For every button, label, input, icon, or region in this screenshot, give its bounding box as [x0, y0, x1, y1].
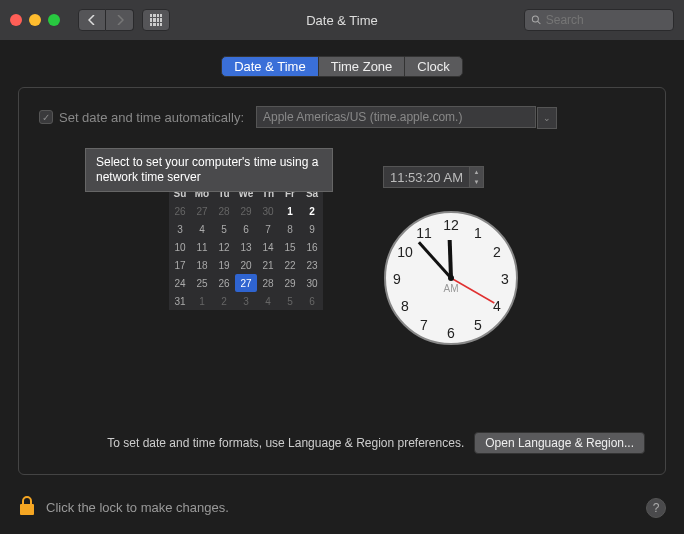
svg-text:6: 6: [447, 325, 455, 341]
calendar-row: 17181920212223: [169, 256, 323, 274]
grid-icon: [150, 14, 162, 26]
time-server-value: Apple Americas/US (time.apple.com.): [263, 110, 462, 124]
calendar-row: 24252627282930: [169, 274, 323, 292]
window-controls: [10, 14, 60, 26]
forward-button[interactable]: [106, 9, 134, 31]
lock-label: Click the lock to make changes.: [46, 500, 229, 515]
svg-text:5: 5: [474, 317, 482, 333]
time-stepper[interactable]: ▲▼: [470, 166, 484, 188]
analog-clock: 1212 345 678 91011 AM: [383, 210, 519, 346]
formats-hint: To set date and time formats, use Langua…: [107, 436, 464, 450]
auto-time-label: Set date and time automatically:: [59, 110, 244, 125]
show-all-button[interactable]: [142, 9, 170, 31]
time-server-select[interactable]: Apple Americas/US (time.apple.com.) ⌄: [256, 106, 536, 128]
svg-text:11: 11: [416, 225, 432, 241]
tab-time-zone[interactable]: Time Zone: [319, 56, 405, 77]
stepper-up-icon: ▲: [470, 167, 483, 177]
svg-text:10: 10: [397, 244, 413, 260]
calendar-row: 3456789: [169, 220, 323, 238]
tab-date-time[interactable]: Date & Time: [221, 56, 319, 77]
help-button[interactable]: ?: [646, 498, 666, 518]
calendar: May 2020 ◀ ◆ ▶ SuMoTuWeThFrSa 2627282930…: [169, 166, 323, 346]
svg-text:3: 3: [501, 271, 509, 287]
stepper-down-icon: ▼: [470, 177, 483, 187]
footer: Click the lock to make changes. ?: [18, 495, 666, 520]
clock-ampm: AM: [444, 283, 459, 294]
svg-text:7: 7: [420, 317, 428, 333]
svg-text:12: 12: [443, 217, 459, 233]
nav-buttons: [78, 9, 134, 31]
time-block: 11:53:20 AM ▲▼ 1212 345 678 91011 AM: [383, 166, 519, 346]
titlebar: Date & Time: [0, 0, 684, 40]
calendar-row: 262728293012: [169, 202, 323, 220]
svg-point-0: [532, 16, 538, 22]
zoom-window[interactable]: [48, 14, 60, 26]
svg-rect-16: [20, 504, 34, 515]
lock-icon[interactable]: [18, 495, 36, 520]
window-title: Date & Time: [306, 13, 378, 28]
digital-time[interactable]: 11:53:20 AM: [383, 166, 470, 188]
hour-hand: [450, 240, 451, 278]
svg-text:1: 1: [474, 225, 482, 241]
open-language-region-button[interactable]: Open Language & Region...: [474, 432, 645, 454]
calendar-row: 10111213141516: [169, 238, 323, 256]
main-panel: ✓ Set date and time automatically: Apple…: [18, 87, 666, 475]
close-window[interactable]: [10, 14, 22, 26]
auto-time-row: ✓ Set date and time automatically: Apple…: [39, 106, 645, 128]
svg-text:4: 4: [493, 298, 501, 314]
search-input[interactable]: [546, 13, 667, 27]
svg-text:2: 2: [493, 244, 501, 260]
tab-bar: Date & Time Time Zone Clock: [18, 56, 666, 77]
calendar-row: 31123456: [169, 292, 323, 310]
search-icon: [531, 14, 542, 26]
auto-time-checkbox[interactable]: ✓: [39, 110, 53, 124]
auto-time-tooltip: Select to set your computer's time using…: [85, 148, 333, 192]
svg-line-1: [538, 21, 541, 24]
tab-clock[interactable]: Clock: [404, 56, 463, 77]
back-button[interactable]: [78, 9, 106, 31]
minimize-window[interactable]: [29, 14, 41, 26]
search-field[interactable]: [524, 9, 674, 31]
svg-point-15: [448, 275, 454, 281]
svg-text:8: 8: [401, 298, 409, 314]
chevron-down-icon[interactable]: ⌄: [537, 107, 557, 129]
formats-hint-row: To set date and time formats, use Langua…: [39, 432, 645, 454]
svg-text:9: 9: [393, 271, 401, 287]
